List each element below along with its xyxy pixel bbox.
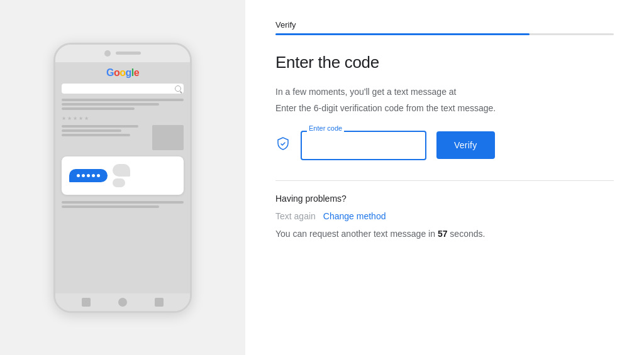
phone-card-line	[62, 125, 138, 128]
phone-nav-home	[118, 298, 127, 307]
having-problems-title: Having problems?	[275, 194, 614, 204]
shield-icon-wrapper	[275, 136, 291, 154]
chat-bubble-gray2	[113, 178, 125, 187]
chat-dots	[77, 174, 100, 177]
text-again-label: Text again	[275, 211, 316, 221]
problems-row: Text again Change method	[275, 211, 614, 221]
phone-camera	[104, 50, 111, 57]
phone-line	[62, 103, 159, 106]
phone-screen: Google ★ ★ ★ ★ ★	[55, 62, 190, 293]
countdown-suffix: seconds.	[447, 229, 485, 239]
right-panel: Verify Enter the code In a few moments, …	[245, 0, 644, 355]
left-panel: Verify Google ★ ★ ★ ★	[0, 0, 245, 355]
phone-content-lines	[55, 96, 190, 114]
chat-dot	[87, 174, 90, 177]
google-header: Google	[55, 62, 190, 81]
phone-line	[62, 99, 184, 101]
page-title: Enter the code	[275, 53, 614, 72]
countdown-prefix: You can request another text message in	[275, 229, 438, 239]
phone-speaker	[116, 52, 141, 55]
phone-bottom-lines	[55, 199, 190, 212]
phone-card-area	[55, 123, 190, 153]
google-logo: Google	[106, 67, 139, 79]
star-icon: ★	[84, 116, 89, 121]
phone-card-line	[62, 129, 121, 132]
phone-search-icon	[175, 85, 181, 92]
phone-nav-back	[82, 298, 91, 307]
phone-card-left	[62, 125, 147, 150]
progress-bar-track	[275, 33, 614, 35]
progress-label: Verify	[275, 20, 614, 30]
phone-line	[62, 107, 135, 110]
verify-button[interactable]: Verify	[436, 131, 495, 159]
star-icon: ★	[79, 116, 83, 121]
star-icon: ★	[62, 116, 66, 121]
description-line1: In a few moments, you'll get a text mess…	[275, 85, 614, 99]
phone-card-line	[62, 134, 130, 136]
star-icon: ★	[73, 116, 77, 121]
phone-top-bar	[55, 45, 190, 62]
phone-bottom-bar	[55, 293, 190, 311]
phone-chat-card	[62, 156, 184, 195]
having-problems-section: Having problems? Text again Change metho…	[275, 194, 614, 239]
input-row: Enter code Verify	[275, 131, 614, 160]
shield-icon	[275, 136, 291, 151]
chat-bubble-gray	[113, 164, 130, 177]
code-input[interactable]	[301, 131, 426, 160]
phone-line	[62, 201, 184, 204]
chat-dot	[82, 174, 85, 177]
phone-stars: ★ ★ ★ ★ ★	[55, 114, 190, 123]
input-label: Enter code	[307, 125, 344, 132]
phone-search-bar	[62, 84, 184, 94]
chat-bubbles-gray	[113, 164, 130, 187]
description-line2: Enter the 6-digit verification code from…	[275, 101, 614, 115]
progress-bar-fill	[275, 33, 530, 35]
change-method-link[interactable]: Change method	[323, 211, 386, 221]
countdown-seconds: 57	[438, 229, 448, 239]
code-input-container: Enter code	[301, 131, 426, 160]
chat-dot	[97, 174, 100, 177]
chat-dot	[77, 174, 80, 177]
phone-mockup: Google ★ ★ ★ ★ ★	[53, 43, 192, 313]
progress-section: Verify	[275, 20, 614, 35]
star-icon: ★	[67, 116, 72, 121]
countdown-text: You can request another text message in …	[275, 229, 614, 239]
chat-bubble-blue	[69, 169, 108, 182]
phone-card-image	[152, 125, 184, 150]
chat-dot	[92, 174, 95, 177]
phone-line	[62, 205, 159, 208]
phone-nav-recent	[155, 298, 164, 307]
divider	[275, 180, 614, 181]
